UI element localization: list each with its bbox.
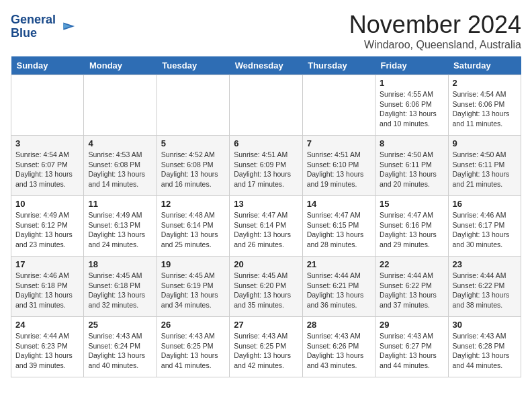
cell-info: Sunrise: 4:49 AM Sunset: 6:13 PM Dayligh… [88, 210, 152, 250]
day-number: 24 [15, 320, 79, 330]
col-header-tuesday: Tuesday [157, 56, 229, 75]
day-number: 23 [453, 259, 517, 269]
week-row-2: 3Sunrise: 4:54 AM Sunset: 6:07 PM Daylig… [11, 136, 521, 196]
cell-info: Sunrise: 4:55 AM Sunset: 6:06 PM Dayligh… [380, 89, 443, 129]
calendar-cell: 19Sunrise: 4:45 AM Sunset: 6:19 PM Dayli… [157, 257, 229, 317]
cell-info: Sunrise: 4:43 AM Sunset: 6:26 PM Dayligh… [307, 331, 371, 371]
calendar-cell: 9Sunrise: 4:50 AM Sunset: 6:11 PM Daylig… [448, 136, 521, 196]
day-number: 3 [15, 138, 79, 148]
cell-info: Sunrise: 4:44 AM Sunset: 6:22 PM Dayligh… [453, 271, 517, 310]
calendar-cell: 15Sunrise: 4:47 AM Sunset: 6:16 PM Dayli… [375, 196, 448, 257]
month-title: November 2024 [349, 11, 521, 39]
cell-info: Sunrise: 4:47 AM Sunset: 6:16 PM Dayligh… [380, 210, 443, 250]
col-header-wednesday: Wednesday [230, 56, 302, 75]
day-number: 10 [15, 199, 79, 209]
cell-info: Sunrise: 4:49 AM Sunset: 6:12 PM Dayligh… [15, 210, 79, 250]
day-number: 12 [161, 199, 225, 209]
col-header-friday: Friday [375, 56, 448, 75]
calendar-cell: 1Sunrise: 4:55 AM Sunset: 6:06 PM Daylig… [375, 75, 448, 136]
cell-info: Sunrise: 4:50 AM Sunset: 6:11 PM Dayligh… [380, 150, 443, 189]
cell-info: Sunrise: 4:43 AM Sunset: 6:24 PM Dayligh… [88, 331, 152, 371]
logo-icon [57, 17, 76, 36]
calendar-cell: 8Sunrise: 4:50 AM Sunset: 6:11 PM Daylig… [375, 136, 448, 196]
cell-info: Sunrise: 4:50 AM Sunset: 6:11 PM Dayligh… [453, 150, 517, 189]
calendar-cell: 25Sunrise: 4:43 AM Sunset: 6:24 PM Dayli… [84, 317, 157, 377]
calendar-cell [84, 75, 157, 136]
calendar-cell [157, 75, 229, 136]
calendar-cell: 4Sunrise: 4:53 AM Sunset: 6:08 PM Daylig… [84, 136, 157, 196]
day-number: 7 [307, 138, 371, 148]
cell-info: Sunrise: 4:43 AM Sunset: 6:25 PM Dayligh… [234, 331, 298, 371]
calendar-cell: 21Sunrise: 4:44 AM Sunset: 6:21 PM Dayli… [302, 257, 375, 317]
week-row-1: 1Sunrise: 4:55 AM Sunset: 6:06 PM Daylig… [11, 75, 521, 136]
day-number: 8 [380, 138, 443, 148]
day-number: 22 [380, 259, 443, 269]
day-number: 9 [453, 138, 517, 148]
day-number: 6 [234, 138, 298, 148]
week-row-5: 24Sunrise: 4:44 AM Sunset: 6:23 PM Dayli… [11, 317, 521, 377]
calendar-cell: 27Sunrise: 4:43 AM Sunset: 6:25 PM Dayli… [230, 317, 302, 377]
cell-info: Sunrise: 4:52 AM Sunset: 6:08 PM Dayligh… [161, 150, 225, 189]
cell-info: Sunrise: 4:45 AM Sunset: 6:18 PM Dayligh… [88, 271, 152, 310]
day-number: 30 [453, 320, 517, 330]
calendar-cell: 5Sunrise: 4:52 AM Sunset: 6:08 PM Daylig… [157, 136, 229, 196]
cell-info: Sunrise: 4:43 AM Sunset: 6:25 PM Dayligh… [161, 331, 225, 371]
calendar-cell: 14Sunrise: 4:47 AM Sunset: 6:15 PM Dayli… [302, 196, 375, 257]
day-number: 16 [453, 199, 517, 209]
day-number: 13 [234, 199, 298, 209]
page-header: General Blue November 2024 Windaroo, Que… [11, 11, 521, 51]
location-title: Windaroo, Queensland, Australia [349, 39, 521, 51]
day-number: 14 [307, 199, 371, 209]
calendar-cell: 12Sunrise: 4:48 AM Sunset: 6:14 PM Dayli… [157, 196, 229, 257]
calendar-cell: 18Sunrise: 4:45 AM Sunset: 6:18 PM Dayli… [84, 257, 157, 317]
calendar-cell: 24Sunrise: 4:44 AM Sunset: 6:23 PM Dayli… [11, 317, 84, 377]
calendar-cell: 20Sunrise: 4:45 AM Sunset: 6:20 PM Dayli… [230, 257, 302, 317]
calendar-cell: 3Sunrise: 4:54 AM Sunset: 6:07 PM Daylig… [11, 136, 84, 196]
logo-text: General Blue [11, 13, 56, 40]
day-number: 5 [161, 138, 225, 148]
cell-info: Sunrise: 4:54 AM Sunset: 6:07 PM Dayligh… [15, 150, 79, 189]
calendar-cell: 6Sunrise: 4:51 AM Sunset: 6:09 PM Daylig… [230, 136, 302, 196]
col-header-sunday: Sunday [11, 56, 84, 75]
day-number: 27 [234, 320, 298, 330]
calendar-cell: 11Sunrise: 4:49 AM Sunset: 6:13 PM Dayli… [84, 196, 157, 257]
day-number: 26 [161, 320, 225, 330]
calendar-cell: 22Sunrise: 4:44 AM Sunset: 6:22 PM Dayli… [375, 257, 448, 317]
cell-info: Sunrise: 4:45 AM Sunset: 6:19 PM Dayligh… [161, 271, 225, 310]
calendar-cell [302, 75, 375, 136]
day-number: 21 [307, 259, 371, 269]
calendar-cell: 7Sunrise: 4:51 AM Sunset: 6:10 PM Daylig… [302, 136, 375, 196]
calendar-cell: 30Sunrise: 4:43 AM Sunset: 6:28 PM Dayli… [448, 317, 521, 377]
cell-info: Sunrise: 4:54 AM Sunset: 6:06 PM Dayligh… [453, 89, 517, 129]
day-number: 15 [380, 199, 443, 209]
day-number: 17 [15, 259, 79, 269]
calendar-cell: 13Sunrise: 4:47 AM Sunset: 6:14 PM Dayli… [230, 196, 302, 257]
day-number: 2 [453, 78, 517, 88]
calendar-cell: 26Sunrise: 4:43 AM Sunset: 6:25 PM Dayli… [157, 317, 229, 377]
day-number: 20 [234, 259, 298, 269]
cell-info: Sunrise: 4:46 AM Sunset: 6:18 PM Dayligh… [15, 271, 79, 310]
calendar-cell [230, 75, 302, 136]
calendar-cell: 23Sunrise: 4:44 AM Sunset: 6:22 PM Dayli… [448, 257, 521, 317]
col-header-monday: Monday [84, 56, 157, 75]
col-header-thursday: Thursday [302, 56, 375, 75]
cell-info: Sunrise: 4:44 AM Sunset: 6:21 PM Dayligh… [307, 271, 371, 310]
week-row-3: 10Sunrise: 4:49 AM Sunset: 6:12 PM Dayli… [11, 196, 521, 257]
cell-info: Sunrise: 4:45 AM Sunset: 6:20 PM Dayligh… [234, 271, 298, 310]
cell-info: Sunrise: 4:44 AM Sunset: 6:22 PM Dayligh… [380, 271, 443, 310]
calendar-cell: 2Sunrise: 4:54 AM Sunset: 6:06 PM Daylig… [448, 75, 521, 136]
cell-info: Sunrise: 4:48 AM Sunset: 6:14 PM Dayligh… [161, 210, 225, 250]
title-area: November 2024 Windaroo, Queensland, Aust… [349, 11, 521, 51]
cell-info: Sunrise: 4:51 AM Sunset: 6:10 PM Dayligh… [307, 150, 371, 189]
day-number: 18 [88, 259, 152, 269]
calendar-cell: 16Sunrise: 4:46 AM Sunset: 6:17 PM Dayli… [448, 196, 521, 257]
day-number: 1 [380, 78, 443, 88]
cell-info: Sunrise: 4:43 AM Sunset: 6:27 PM Dayligh… [380, 331, 443, 371]
day-number: 29 [380, 320, 443, 330]
calendar-cell: 10Sunrise: 4:49 AM Sunset: 6:12 PM Dayli… [11, 196, 84, 257]
cell-info: Sunrise: 4:43 AM Sunset: 6:28 PM Dayligh… [453, 331, 517, 371]
cell-info: Sunrise: 4:47 AM Sunset: 6:15 PM Dayligh… [307, 210, 371, 250]
day-number: 11 [88, 199, 152, 209]
calendar-cell: 17Sunrise: 4:46 AM Sunset: 6:18 PM Dayli… [11, 257, 84, 317]
day-number: 25 [88, 320, 152, 330]
